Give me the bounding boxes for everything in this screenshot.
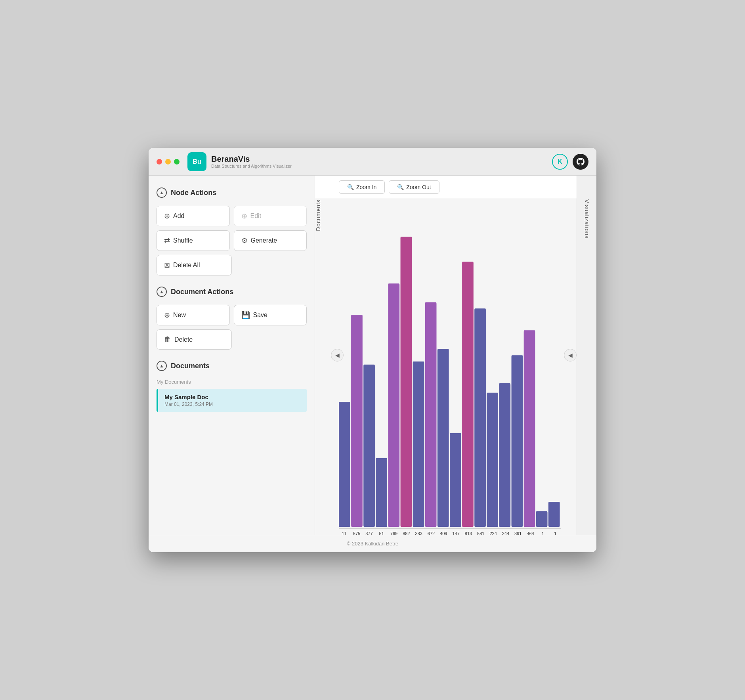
- bar-label: 51: [376, 531, 387, 535]
- document-actions-header: ▲ Document Actions: [157, 287, 307, 297]
- shuffle-icon: ⇄: [164, 236, 170, 245]
- logo-box: Bu: [187, 152, 206, 171]
- logo-area: Bu BeranaVis Data Structures and Algorit…: [187, 152, 292, 171]
- bar-label: 383: [413, 531, 424, 535]
- svg-rect-16: [536, 511, 548, 527]
- github-icon[interactable]: [573, 154, 588, 170]
- app-window: Bu BeranaVis Data Structures and Algorit…: [149, 148, 596, 552]
- document-actions-title: Document Actions: [171, 288, 233, 296]
- documents-section-title: Documents: [171, 362, 210, 370]
- bar-label: 575: [351, 531, 362, 535]
- svg-rect-10: [462, 262, 474, 527]
- svg-rect-7: [425, 302, 437, 527]
- svg-rect-5: [401, 237, 412, 527]
- svg-rect-3: [376, 458, 387, 527]
- shuffle-button[interactable]: ⇄ Shuffle: [157, 230, 230, 251]
- generate-icon: ⚙: [241, 236, 248, 245]
- collapse-left-button[interactable]: ◀: [331, 349, 344, 361]
- node-actions-row3: ⊠ Delete All: [157, 255, 307, 275]
- bar-label: 813: [463, 531, 474, 535]
- document-date: Mar 01, 2023, 5:24 PM: [164, 402, 300, 407]
- edit-icon: ⊕: [241, 212, 247, 220]
- logo-initials: Bu: [193, 158, 201, 165]
- user-avatar[interactable]: K: [552, 154, 568, 170]
- svg-rect-2: [363, 365, 375, 527]
- document-item[interactable]: My Sample Doc Mar 01, 2023, 5:24 PM: [157, 389, 307, 412]
- svg-rect-4: [388, 283, 399, 527]
- visualizations-tab: Visualizations: [584, 199, 590, 239]
- svg-rect-14: [512, 355, 523, 527]
- zoom-out-button[interactable]: 🔍 Zoom Out: [389, 180, 439, 194]
- node-actions-chevron[interactable]: ▲: [157, 187, 167, 198]
- document-actions-row1: ⊕ New 💾 Save: [157, 305, 307, 325]
- app-title: BeranaVis: [211, 155, 292, 164]
- logo-text: BeranaVis Data Structures and Algorithms…: [211, 155, 292, 168]
- save-button[interactable]: 💾 Save: [234, 305, 307, 325]
- documents-chevron[interactable]: ▲: [157, 361, 167, 371]
- bar-label: 882: [401, 531, 412, 535]
- documents-section-header: ▲ Documents: [157, 361, 307, 371]
- bar-labels: 1157537751769882383672409147813581224244…: [339, 528, 561, 535]
- document-actions-row2: 🗑 Delete: [157, 329, 307, 350]
- copyright-text: © 2023 Kalkidan Betre: [347, 541, 398, 547]
- new-button[interactable]: ⊕ New: [157, 305, 230, 325]
- bar-label: 464: [525, 531, 536, 535]
- bar-label: 147: [451, 531, 461, 535]
- node-actions-row1: ⊕ Add ⊕ Edit: [157, 206, 307, 226]
- zoom-in-icon: 🔍: [347, 184, 354, 190]
- delete-icon: 🗑: [164, 335, 171, 344]
- document-name: My Sample Doc: [164, 394, 300, 400]
- titlebar-right: K: [552, 154, 588, 170]
- add-icon: ⊕: [164, 212, 170, 220]
- close-button[interactable]: [157, 159, 162, 164]
- right-panel: ◀ Visualizations: [577, 176, 596, 535]
- svg-rect-9: [450, 433, 461, 527]
- delete-all-icon: ⊠: [164, 261, 170, 270]
- titlebar: Bu BeranaVis Data Structures and Algorit…: [149, 148, 596, 176]
- chart-area: 1157537751769882383672409147813581224244…: [315, 199, 577, 535]
- bar-label: 769: [388, 531, 399, 535]
- svg-rect-8: [437, 349, 449, 527]
- bar-label: 11: [339, 531, 350, 535]
- svg-rect-6: [413, 361, 424, 527]
- delete-button[interactable]: 🗑 Delete: [157, 329, 232, 350]
- toolbar: 🔍 Zoom In 🔍 Zoom Out: [315, 176, 577, 199]
- main-content: ▲ Node Actions ⊕ Add ⊕ Edit ⇄ Shuffle: [149, 176, 596, 535]
- svg-rect-0: [339, 402, 350, 527]
- zoom-in-button[interactable]: 🔍 Zoom In: [339, 180, 385, 194]
- node-actions-title: Node Actions: [171, 189, 216, 197]
- zoom-out-icon: 🔍: [397, 184, 404, 190]
- node-actions-row2: ⇄ Shuffle ⚙ Generate: [157, 230, 307, 251]
- svg-rect-15: [524, 330, 535, 527]
- svg-rect-12: [487, 393, 498, 527]
- svg-rect-13: [499, 383, 510, 527]
- bar-label: 1: [550, 531, 561, 535]
- document-actions-chevron[interactable]: ▲: [157, 287, 167, 297]
- add-button[interactable]: ⊕ Add: [157, 206, 230, 226]
- traffic-lights: [157, 159, 180, 164]
- bar-label: 377: [364, 531, 374, 535]
- svg-rect-1: [351, 315, 363, 527]
- edit-button[interactable]: ⊕ Edit: [234, 206, 307, 226]
- bar-label: 224: [488, 531, 499, 535]
- minimize-button[interactable]: [165, 159, 171, 164]
- collapse-right-button[interactable]: ◀: [564, 349, 577, 361]
- bar-label: 391: [513, 531, 523, 535]
- documents-vertical-tab: Documents: [315, 176, 331, 535]
- bar-label: 1: [537, 531, 548, 535]
- footer: © 2023 Kalkidan Betre: [149, 535, 596, 552]
- delete-all-button[interactable]: ⊠ Delete All: [157, 255, 232, 275]
- svg-rect-17: [548, 502, 560, 527]
- save-icon: 💾: [241, 311, 250, 319]
- node-actions-header: ▲ Node Actions: [157, 187, 307, 198]
- bar-label: 581: [476, 531, 486, 535]
- maximize-button[interactable]: [174, 159, 180, 164]
- center-panel: ◀ Documents 🔍 Zoom In 🔍 Zoom Out: [315, 176, 577, 535]
- bar-label: 672: [426, 531, 436, 535]
- new-icon: ⊕: [164, 311, 170, 319]
- sidebar: ▲ Node Actions ⊕ Add ⊕ Edit ⇄ Shuffle: [149, 176, 315, 535]
- bar-label: 244: [500, 531, 511, 535]
- generate-button[interactable]: ⚙ Generate: [234, 230, 307, 251]
- app-subtitle: Data Structures and Algorithms Visualize…: [211, 164, 292, 168]
- bar-chart: [339, 207, 561, 527]
